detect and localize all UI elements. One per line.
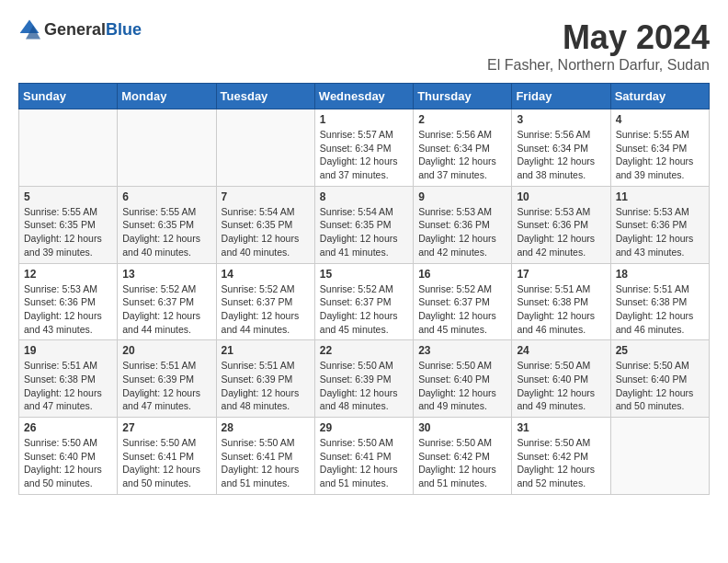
calendar-cell: [216, 109, 314, 187]
calendar-cell: 1Sunrise: 5:57 AM Sunset: 6:34 PM Daylig…: [314, 109, 413, 187]
page-header: GeneralBlue May 2024 El Fasher, Northern…: [18, 18, 710, 74]
week-row-2: 5Sunrise: 5:55 AM Sunset: 6:35 PM Daylig…: [19, 186, 710, 263]
month-title: May 2024: [487, 18, 710, 57]
location-title: El Fasher, Northern Darfur, Sudan: [487, 57, 710, 74]
day-header-friday: Friday: [512, 84, 610, 109]
cell-content: Sunrise: 5:53 AM Sunset: 6:36 PM Dayligh…: [517, 205, 605, 259]
cell-content: Sunrise: 5:51 AM Sunset: 6:39 PM Dayligh…: [122, 359, 210, 413]
calendar-cell: 30Sunrise: 5:50 AM Sunset: 6:42 PM Dayli…: [414, 418, 512, 495]
day-header-monday: Monday: [118, 84, 216, 109]
day-header-sunday: Sunday: [19, 84, 118, 109]
day-number: 6: [122, 190, 210, 203]
cell-content: Sunrise: 5:53 AM Sunset: 6:36 PM Dayligh…: [24, 282, 112, 337]
cell-content: Sunrise: 5:50 AM Sunset: 6:40 PM Dayligh…: [418, 359, 506, 413]
calendar-cell: 5Sunrise: 5:55 AM Sunset: 6:35 PM Daylig…: [19, 186, 118, 263]
cell-content: Sunrise: 5:52 AM Sunset: 6:37 PM Dayligh…: [418, 282, 506, 337]
cell-content: Sunrise: 5:52 AM Sunset: 6:37 PM Dayligh…: [122, 282, 210, 337]
day-number: 2: [418, 113, 506, 126]
calendar-cell: 6Sunrise: 5:55 AM Sunset: 6:35 PM Daylig…: [118, 186, 216, 263]
day-header-tuesday: Tuesday: [216, 84, 314, 109]
cell-content: Sunrise: 5:54 AM Sunset: 6:35 PM Dayligh…: [320, 205, 408, 259]
cell-content: Sunrise: 5:51 AM Sunset: 6:38 PM Dayligh…: [616, 282, 704, 337]
calendar-cell: 17Sunrise: 5:51 AM Sunset: 6:38 PM Dayli…: [512, 263, 610, 340]
day-number: 8: [320, 190, 408, 203]
day-number: 12: [24, 268, 112, 281]
cell-content: Sunrise: 5:51 AM Sunset: 6:39 PM Dayligh…: [222, 359, 310, 413]
day-number: 7: [222, 190, 310, 203]
title-block: May 2024 El Fasher, Northern Darfur, Sud…: [487, 18, 710, 74]
day-number: 13: [122, 268, 210, 281]
calendar-cell: 10Sunrise: 5:53 AM Sunset: 6:36 PM Dayli…: [512, 186, 610, 263]
cell-content: Sunrise: 5:50 AM Sunset: 6:40 PM Dayligh…: [517, 359, 605, 413]
logo-blue: Blue: [106, 20, 142, 39]
week-row-5: 26Sunrise: 5:50 AM Sunset: 6:40 PM Dayli…: [19, 418, 710, 495]
day-number: 31: [517, 421, 605, 434]
calendar-cell: 4Sunrise: 5:55 AM Sunset: 6:34 PM Daylig…: [610, 109, 709, 187]
cell-content: Sunrise: 5:56 AM Sunset: 6:34 PM Dayligh…: [517, 128, 605, 182]
calendar-cell: 19Sunrise: 5:51 AM Sunset: 6:38 PM Dayli…: [19, 340, 118, 418]
day-number: 14: [222, 268, 310, 281]
cell-content: Sunrise: 5:55 AM Sunset: 6:35 PM Dayligh…: [24, 205, 112, 259]
calendar-cell: [610, 418, 709, 495]
week-row-4: 19Sunrise: 5:51 AM Sunset: 6:38 PM Dayli…: [19, 340, 710, 418]
calendar-cell: 16Sunrise: 5:52 AM Sunset: 6:37 PM Dayli…: [414, 263, 512, 340]
calendar-cell: 22Sunrise: 5:50 AM Sunset: 6:39 PM Dayli…: [314, 340, 413, 418]
calendar-cell: 11Sunrise: 5:53 AM Sunset: 6:36 PM Dayli…: [610, 186, 709, 263]
day-number: 24: [517, 344, 605, 357]
cell-content: Sunrise: 5:56 AM Sunset: 6:34 PM Dayligh…: [418, 128, 506, 182]
cell-content: Sunrise: 5:55 AM Sunset: 6:34 PM Dayligh…: [616, 128, 704, 182]
calendar-cell: 27Sunrise: 5:50 AM Sunset: 6:41 PM Dayli…: [118, 418, 216, 495]
calendar-cell: 31Sunrise: 5:50 AM Sunset: 6:42 PM Dayli…: [512, 418, 610, 495]
day-number: 4: [616, 113, 704, 126]
day-number: 11: [616, 190, 704, 203]
day-number: 28: [222, 421, 310, 434]
logo-text: GeneralBlue: [44, 20, 142, 40]
day-number: 21: [222, 344, 310, 357]
day-number: 9: [418, 190, 506, 203]
logo-icon: [18, 18, 40, 40]
calendar-cell: 28Sunrise: 5:50 AM Sunset: 6:41 PM Dayli…: [216, 418, 314, 495]
cell-content: Sunrise: 5:51 AM Sunset: 6:38 PM Dayligh…: [517, 282, 605, 337]
day-number: 27: [122, 421, 210, 434]
day-number: 22: [320, 344, 408, 357]
calendar-cell: 15Sunrise: 5:52 AM Sunset: 6:37 PM Dayli…: [314, 263, 413, 340]
calendar-cell: [118, 109, 216, 187]
calendar-cell: 18Sunrise: 5:51 AM Sunset: 6:38 PM Dayli…: [610, 263, 709, 340]
day-header-thursday: Thursday: [414, 84, 512, 109]
day-header-saturday: Saturday: [610, 84, 709, 109]
day-header-wednesday: Wednesday: [314, 84, 413, 109]
cell-content: Sunrise: 5:55 AM Sunset: 6:35 PM Dayligh…: [122, 205, 210, 259]
day-number: 19: [24, 344, 112, 357]
calendar-cell: 2Sunrise: 5:56 AM Sunset: 6:34 PM Daylig…: [414, 109, 512, 187]
cell-content: Sunrise: 5:52 AM Sunset: 6:37 PM Dayligh…: [320, 282, 408, 337]
cell-content: Sunrise: 5:50 AM Sunset: 6:40 PM Dayligh…: [616, 359, 704, 413]
day-number: 18: [616, 268, 704, 281]
cell-content: Sunrise: 5:50 AM Sunset: 6:41 PM Dayligh…: [320, 436, 408, 490]
cell-content: Sunrise: 5:50 AM Sunset: 6:40 PM Dayligh…: [24, 436, 112, 490]
day-number: 26: [24, 421, 112, 434]
day-number: 5: [24, 190, 112, 203]
day-number: 23: [418, 344, 506, 357]
svg-marker-0: [20, 20, 40, 33]
day-number: 30: [418, 421, 506, 434]
calendar-cell: 23Sunrise: 5:50 AM Sunset: 6:40 PM Dayli…: [414, 340, 512, 418]
cell-content: Sunrise: 5:52 AM Sunset: 6:37 PM Dayligh…: [222, 282, 310, 337]
day-number: 29: [320, 421, 408, 434]
calendar-cell: 3Sunrise: 5:56 AM Sunset: 6:34 PM Daylig…: [512, 109, 610, 187]
calendar-cell: 8Sunrise: 5:54 AM Sunset: 6:35 PM Daylig…: [314, 186, 413, 263]
calendar-cell: 14Sunrise: 5:52 AM Sunset: 6:37 PM Dayli…: [216, 263, 314, 340]
day-number: 3: [517, 113, 605, 126]
calendar-body: 1Sunrise: 5:57 AM Sunset: 6:34 PM Daylig…: [19, 109, 710, 495]
cell-content: Sunrise: 5:50 AM Sunset: 6:41 PM Dayligh…: [222, 436, 310, 490]
calendar-cell: 21Sunrise: 5:51 AM Sunset: 6:39 PM Dayli…: [216, 340, 314, 418]
logo-general: General: [44, 20, 106, 39]
cell-content: Sunrise: 5:54 AM Sunset: 6:35 PM Dayligh…: [222, 205, 310, 259]
calendar-cell: 26Sunrise: 5:50 AM Sunset: 6:40 PM Dayli…: [19, 418, 118, 495]
calendar-table: SundayMondayTuesdayWednesdayThursdayFrid…: [18, 83, 710, 495]
calendar-cell: 12Sunrise: 5:53 AM Sunset: 6:36 PM Dayli…: [19, 263, 118, 340]
calendar-cell: 29Sunrise: 5:50 AM Sunset: 6:41 PM Dayli…: [314, 418, 413, 495]
calendar-cell: 9Sunrise: 5:53 AM Sunset: 6:36 PM Daylig…: [414, 186, 512, 263]
cell-content: Sunrise: 5:50 AM Sunset: 6:39 PM Dayligh…: [320, 359, 408, 413]
cell-content: Sunrise: 5:57 AM Sunset: 6:34 PM Dayligh…: [320, 128, 408, 182]
logo: GeneralBlue: [18, 18, 142, 40]
